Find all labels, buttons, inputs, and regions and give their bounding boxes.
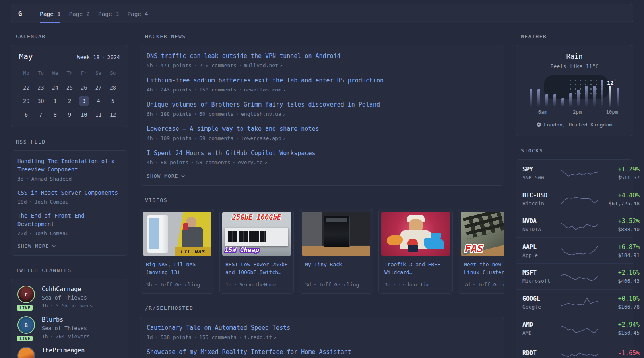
video-title[interactable]: Meet the new Linux Cluster (464, 261, 504, 276)
video-thumbnail[interactable]: FAS (461, 212, 504, 256)
hn-story-time: 4h (147, 87, 153, 93)
rss-section-label: RSS FEED (16, 139, 128, 145)
rss-item[interactable]: Handling The Indentation of a Treeview C… (17, 157, 122, 182)
top-navbar: G Page 1 Page 2 Page 3 Page 4 (11, 4, 633, 23)
hn-story-title[interactable]: Lowercase – A simple way to take and sha… (147, 125, 497, 133)
hn-story-domain[interactable]: lowercase.app (241, 135, 281, 141)
separator-dot (235, 284, 236, 285)
stock-row[interactable]: RDDT -1.65% (516, 341, 633, 358)
hn-story-domain[interactable]: english.nv.ua (241, 111, 281, 117)
tab-page-4[interactable]: Page 4 (127, 4, 148, 23)
video-title[interactable]: My Tiny Rack (305, 261, 367, 276)
channel-name[interactable]: CohhCarnage (42, 286, 93, 293)
rss-item-title[interactable]: The End of Front-End Development (17, 212, 122, 228)
stock-ticker[interactable]: RDDT (522, 350, 561, 357)
hn-story-domain[interactable]: mullvad.net (244, 62, 278, 68)
rss-item-title[interactable]: Handling The Indentation of a Treeview C… (17, 157, 122, 174)
stock-row[interactable]: SPYS&P 500 +1.29%$511.57 (516, 160, 633, 186)
hn-story-title[interactable]: DNS traffic can leak outside the VPN tun… (147, 52, 497, 60)
channel-name[interactable]: ThePrimeagen (42, 347, 85, 354)
channel-name[interactable]: Blurbs (42, 316, 90, 323)
channel-viewers: 5.5k viewers (56, 303, 93, 309)
video-card[interactable]: LIL NAS Big NAS, Lil NAS (moving 13) 3hJ… (140, 209, 214, 294)
tab-page-2[interactable]: Page 2 (69, 4, 89, 23)
channel-viewers: 264 viewers (56, 333, 90, 339)
rss-item[interactable]: CSS in React Server Components 18dJosh C… (17, 189, 122, 205)
tab-page-3[interactable]: Page 3 (98, 4, 119, 23)
video-channel: ServeTheHome (239, 282, 277, 288)
hn-story-comments[interactable]: 69 comments (199, 135, 233, 141)
stock-row[interactable]: AMDAMD +2.94%$150.45 (516, 315, 633, 341)
hn-story[interactable]: Lithium-free sodium batteries exit the l… (147, 76, 497, 93)
stock-sparkline (561, 217, 598, 233)
hn-story-domain[interactable]: newatlas.com (244, 87, 281, 93)
calendar-day: 29 (19, 94, 33, 108)
hn-story-title[interactable]: Unique volumes of Brothers Grimm fairy t… (147, 100, 497, 109)
stock-ticker[interactable]: NVDA (522, 218, 561, 225)
stock-ticker[interactable]: BTC-USD (522, 192, 561, 199)
stock-row[interactable]: MSFTMicrosoft +2.16%$406.43 (516, 263, 633, 289)
video-title[interactable]: Traefik 3 and FREE Wildcard… (384, 261, 447, 276)
twitch-channel-row[interactable]: B LIVE Blurbs Sea of Thieves 1h264 viewe… (17, 316, 122, 339)
app-logo[interactable]: G (11, 4, 29, 23)
stock-ticker[interactable]: AAPL (522, 243, 561, 251)
hn-story-comments[interactable]: 60 comments (199, 111, 233, 117)
channel-uptime: 1h (42, 333, 48, 339)
rss-show-more-button[interactable]: SHOW MORE (17, 243, 122, 249)
hn-story-comments[interactable]: 58 comments (196, 160, 230, 165)
video-thumbnail[interactable]: 25GbE 100GbE 15W Cheap (222, 212, 291, 256)
tab-page-1[interactable]: Page 1 (40, 4, 60, 23)
hn-story[interactable]: Unique volumes of Brothers Grimm fairy t… (147, 100, 497, 117)
video-card[interactable]: Traefik 3 and FREE Wildcard… 3dTechno Ti… (378, 209, 453, 294)
stock-price: $888.40 (598, 226, 640, 232)
video-title[interactable]: BEST Low Power 25GbE and 100GbE Switch… (225, 261, 288, 276)
reddit-post-comments[interactable]: 155 comments (199, 334, 237, 340)
calendar-day-selected: 3 (77, 94, 91, 108)
axis-tick-label: 6am (538, 109, 547, 115)
reddit-post-title[interactable]: Showcase of my Mixed Reality Interface f… (147, 348, 497, 356)
hn-story[interactable]: I Spent 24 Hours with GitHub Copilot Wor… (147, 149, 497, 165)
right-column: WEATHER Rain Feels like 11°C 12° 6am 2pm… (516, 33, 633, 358)
video-thumbnail[interactable]: LIL NAS (143, 212, 211, 256)
hn-story-domain[interactable]: every.to (238, 160, 263, 165)
hn-story-title[interactable]: Lithium-free sodium batteries exit the l… (147, 76, 497, 85)
twitch-card: C LIVE CohhCarnage Sea of Thieves 1h5.5k… (11, 279, 128, 358)
reddit-post[interactable]: Cautionary Tale on Automated Speed Tests… (147, 323, 497, 340)
separator-dot (30, 233, 31, 234)
stock-row[interactable]: GOOGLGoogle +0.10%$166.78 (516, 289, 633, 315)
twitch-channel-row[interactable]: C LIVE CohhCarnage Sea of Thieves 1h5.5k… (17, 286, 122, 309)
stock-ticker[interactable]: GOOGL (522, 295, 561, 302)
weather-location: London, United Kingdom (522, 122, 627, 128)
chevron-down-icon (52, 243, 56, 247)
rss-item-title[interactable]: CSS in React Server Components (17, 189, 122, 197)
video-card[interactable]: FAS Meet the new Linux Cluster 7dJeff Ge… (458, 209, 504, 294)
hn-show-more-button[interactable]: SHOW MORE (147, 173, 497, 179)
hn-story-title[interactable]: I Spent 24 Hours with GitHub Copilot Wor… (147, 149, 497, 158)
hn-story-comments[interactable]: 158 comments (199, 87, 237, 93)
separator-dot (155, 284, 157, 285)
video-card[interactable]: My Tiny Rack 3dJeff Geerling (299, 209, 373, 294)
stock-row[interactable]: BTC-USDBitcoin +4.40%$61,725.48 (516, 186, 633, 212)
stock-ticker[interactable]: AMD (522, 321, 561, 328)
video-card[interactable]: 25GbE 100GbE 15W Cheap BEST Low Power 25… (219, 209, 294, 294)
rss-item[interactable]: The End of Front-End Development 22dJosh… (17, 212, 122, 236)
reddit-post-time: 1d (147, 334, 153, 340)
channel-game: Sea of Thieves (42, 325, 90, 331)
hn-story-time: 6h (147, 111, 153, 117)
hn-story-comments[interactable]: 216 comments (199, 62, 237, 68)
twitch-channel-row[interactable]: ThePrimeagen (17, 347, 122, 358)
video-title[interactable]: Big NAS, Lil NAS (moving 13) (146, 261, 208, 276)
stock-ticker[interactable]: MSFT (522, 269, 561, 276)
stock-ticker[interactable]: SPY (522, 166, 561, 173)
thumbnail-text: 25GbE 100GbE (222, 213, 291, 221)
reddit-post-domain[interactable]: i.redd.it (244, 334, 272, 340)
hn-story[interactable]: Lowercase – A simple way to take and sha… (147, 125, 497, 141)
video-thumbnail[interactable] (302, 212, 370, 256)
weather-bar (577, 90, 580, 107)
video-thumbnail[interactable] (381, 212, 450, 256)
hn-story[interactable]: DNS traffic can leak outside the VPN tun… (147, 52, 497, 68)
stock-row[interactable]: NVDANVIDIA +3.52%$888.40 (516, 212, 633, 237)
stock-row[interactable]: AAPLApple +6.87%$184.91 (516, 237, 633, 263)
reddit-post-title[interactable]: Cautionary Tale on Automated Speed Tests (147, 323, 497, 332)
reddit-post[interactable]: Showcase of my Mixed Reality Interface f… (147, 348, 497, 356)
